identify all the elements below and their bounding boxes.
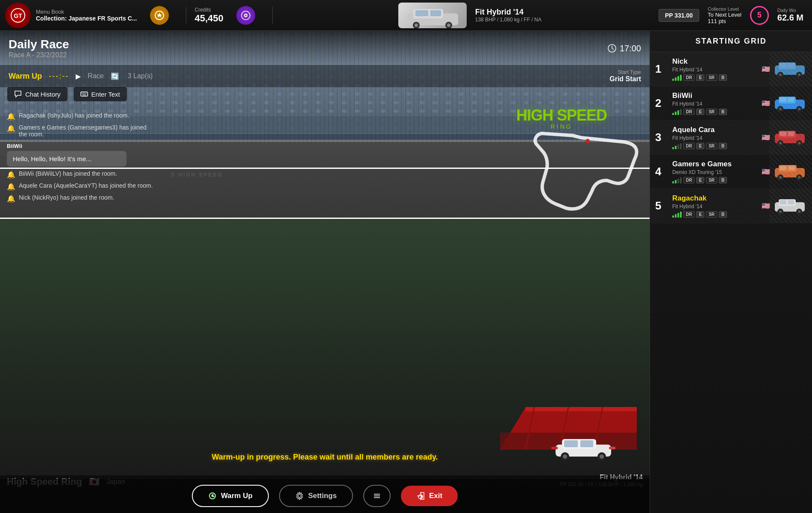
dr-val-5: E bbox=[696, 211, 704, 218]
row-stripe-1 bbox=[769, 52, 812, 86]
race-title-group: Daily Race Race A - 23/2/2022 bbox=[9, 38, 69, 59]
settings-button[interactable]: Settings bbox=[279, 485, 353, 507]
row-stripe-5 bbox=[769, 189, 812, 223]
notification-4: 🔔 Aquele Cara (AqueleCaraYT) has joined … bbox=[7, 182, 246, 191]
notification-text-2: Gamers e Games (Gamersegames3) has joine… bbox=[19, 124, 147, 138]
warmup-laps: 3 Lap(s) bbox=[128, 72, 153, 80]
player-info-1: Nick Fit Hybrid '14 DR E SR B bbox=[672, 57, 759, 81]
menu-subtitle: Collection: Japanese FR Sports C... bbox=[36, 15, 137, 22]
player-badges-2: DR E SR B bbox=[672, 109, 759, 115]
track-map-svg bbox=[513, 125, 645, 227]
warmup-bar: Warm Up ---:-- ▶ Race 🔄 3 Lap(s) Start T… bbox=[0, 65, 650, 87]
grid-row-4: 4 Gamers e Games Demio XD Touring '15 DR… bbox=[650, 155, 812, 189]
svg-rect-29 bbox=[564, 440, 578, 447]
player-badges-1: DR E SR B bbox=[672, 74, 759, 81]
flag-1: 🇺🇸 bbox=[762, 65, 770, 73]
notification-text-4: Aquele Cara (AqueleCaraYT) has joined th… bbox=[19, 182, 153, 189]
main-layout: HIGH SPEED RING S HIGH SPEED bbox=[0, 31, 812, 513]
player-info-3: Aquele Cara Fit Hybrid '14 DR E SR B bbox=[672, 126, 759, 149]
exit-button[interactable]: Exit bbox=[401, 486, 458, 506]
sr-badge-5: SR bbox=[706, 211, 717, 218]
top-bar: GT Menu Book Collection: Japanese FR Spo… bbox=[0, 0, 812, 31]
svg-rect-9 bbox=[430, 10, 441, 16]
player-car-1: Fit Hybrid '14 bbox=[672, 67, 759, 73]
dr-badge-1: DR bbox=[683, 74, 694, 81]
svg-marker-22 bbox=[526, 407, 637, 411]
svg-point-47 bbox=[298, 495, 301, 498]
player-name-3: Aquele Cara bbox=[672, 126, 759, 134]
dr-val-1: E bbox=[696, 74, 704, 81]
svg-rect-40 bbox=[81, 92, 88, 96]
sr-val-5: B bbox=[719, 211, 727, 218]
music-icon[interactable] bbox=[236, 6, 255, 25]
dr-val-4: E bbox=[696, 177, 704, 183]
player-car-5: Fit Hybrid '14 bbox=[672, 203, 759, 209]
svg-rect-36 bbox=[609, 447, 615, 449]
grid-row-5: 5 Ragachak Fit Hybrid '14 DR E SR B bbox=[650, 189, 812, 223]
position-1: 1 bbox=[655, 62, 669, 76]
menu-title: Menu Book bbox=[36, 9, 137, 15]
keyboard-icon bbox=[80, 90, 88, 98]
daily-label: Daily Wo bbox=[777, 8, 803, 13]
warmup-dashes: ---:-- bbox=[49, 72, 69, 81]
sr-badge-3: SR bbox=[706, 143, 717, 149]
track-logo-main: HIGH SPEED bbox=[516, 108, 607, 123]
car-image bbox=[398, 3, 467, 28]
gt-logo: GT bbox=[5, 3, 31, 28]
sr-badge-4: SR bbox=[706, 177, 717, 183]
race-subtitle: Race A - 23/2/2022 bbox=[9, 51, 69, 59]
sr-val-1: B bbox=[719, 74, 727, 81]
svg-point-13 bbox=[447, 24, 450, 27]
warmup-button[interactable]: Warm Up bbox=[192, 485, 269, 507]
notification-text-1: Ragachak (IshyJulu) has joined the room. bbox=[19, 112, 129, 119]
bell-icon-3: 🔔 bbox=[7, 171, 15, 179]
player-info-4: Gamers e Games Demio XD Touring '15 DR E… bbox=[672, 160, 759, 183]
player-info-5: Ragachak Fit Hybrid '14 DR E SR B bbox=[672, 194, 759, 218]
dr-badge-2: DR bbox=[683, 109, 694, 115]
row-stripe-3 bbox=[769, 121, 812, 154]
clock-icon bbox=[608, 44, 616, 53]
menu-button[interactable] bbox=[363, 485, 391, 507]
sr-val-2: B bbox=[719, 109, 727, 115]
position-3: 3 bbox=[655, 131, 669, 144]
race-header: Daily Race Race A - 23/2/2022 17:00 bbox=[0, 31, 650, 66]
svg-point-5 bbox=[245, 15, 247, 16]
chat-message-text: Hello, Hello, Hello! It's me... bbox=[13, 155, 91, 162]
collection-icon[interactable] bbox=[150, 6, 169, 25]
chat-icon bbox=[14, 90, 22, 98]
enter-text-button[interactable]: Enter Text bbox=[73, 86, 127, 102]
timer-value: 17:00 bbox=[620, 44, 641, 53]
player-car-3: Fit Hybrid '14 bbox=[672, 135, 759, 141]
svg-point-20 bbox=[585, 139, 590, 143]
pp-rating: PP 331.00 bbox=[659, 9, 699, 22]
player-name-4: Gamers e Games bbox=[672, 160, 759, 168]
player-name-2: BiiWii bbox=[672, 91, 759, 100]
daily-value: 62.6 M bbox=[777, 13, 803, 23]
warmup-status-message: Warm-up in progress. Please wait until a… bbox=[0, 453, 650, 462]
chat-history-button[interactable]: Chat History bbox=[7, 86, 68, 102]
notification-2: 🔔 Gamers e Games (Gamersegames3) has joi… bbox=[7, 124, 246, 138]
start-type: Start Type Grid Start bbox=[609, 69, 641, 83]
sr-badge-2: SR bbox=[706, 109, 717, 115]
grid-row-2: 2 BiiWii Fit Hybrid '14 DR E SR B bbox=[650, 86, 812, 121]
collector-next: To Next Level bbox=[708, 12, 741, 18]
notification-1: 🔔 Ragachak (IshyJulu) has joined the roo… bbox=[7, 112, 246, 121]
signal-5 bbox=[672, 212, 682, 218]
bell-icon-1: 🔔 bbox=[7, 112, 15, 121]
position-2: 2 bbox=[655, 97, 669, 110]
player-badges-5: DR E SR B bbox=[672, 211, 759, 218]
right-panel: STARTING GRID 1 Nick Fit Hybrid '14 DR E bbox=[650, 31, 812, 513]
collector-pts: 111 pts bbox=[708, 18, 741, 24]
enter-text-label: Enter Text bbox=[91, 91, 120, 98]
collector-level-circle: 5 bbox=[750, 6, 769, 25]
svg-text:GT: GT bbox=[14, 12, 22, 19]
sr-val-3: B bbox=[719, 143, 727, 149]
daily-workout: Daily Wo 62.6 M bbox=[777, 8, 803, 23]
warmup-race-label: Race bbox=[88, 72, 103, 80]
svg-point-11 bbox=[415, 24, 418, 27]
warmup-bar-label: Warm Up bbox=[9, 72, 42, 81]
collector-info: Collector Level To Next Level 111 pts bbox=[708, 6, 741, 24]
start-type-value: Grid Start bbox=[609, 75, 641, 83]
flag-3: 🇺🇸 bbox=[762, 133, 770, 142]
row-stripe-2 bbox=[769, 86, 812, 120]
